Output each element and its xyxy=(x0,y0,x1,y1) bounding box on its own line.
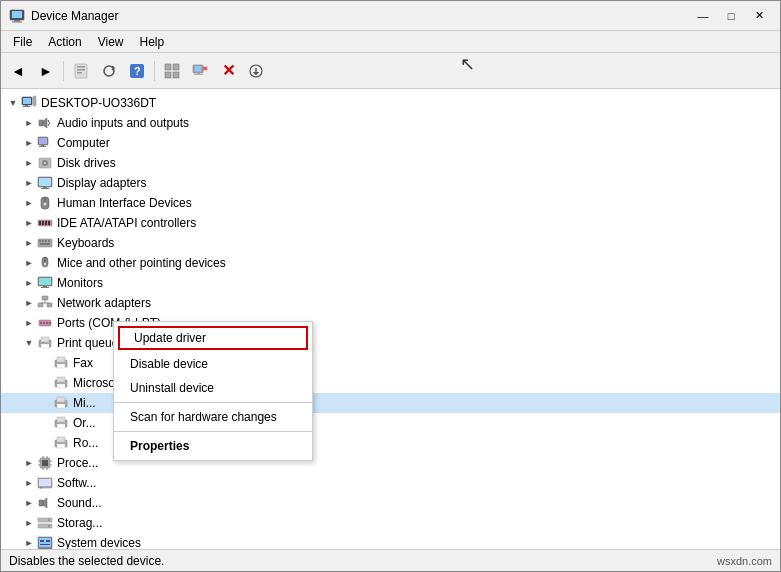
svg-point-70 xyxy=(43,322,45,324)
svg-rect-33 xyxy=(39,146,46,147)
svg-rect-64 xyxy=(47,303,52,307)
monitors-icon xyxy=(37,275,53,291)
tree-item-keyboards[interactable]: ► Keyboards xyxy=(1,233,780,253)
minimize-button[interactable]: — xyxy=(690,6,716,26)
svg-rect-17 xyxy=(197,73,200,74)
sysdev-expander[interactable]: ► xyxy=(21,535,37,549)
soft-label: Softw... xyxy=(57,476,96,490)
tree-item-storage[interactable]: ► Storag... xyxy=(1,513,780,533)
ide-expander[interactable]: ► xyxy=(21,215,37,231)
view-button[interactable] xyxy=(159,58,185,84)
mice-expander[interactable]: ► xyxy=(21,255,37,271)
disk-label: Disk drives xyxy=(57,156,116,170)
ctx-scan-hardware[interactable]: Scan for hardware changes xyxy=(114,405,312,429)
ctx-sep-2 xyxy=(114,431,312,432)
svg-rect-3 xyxy=(12,21,22,22)
help-context-button[interactable]: ? xyxy=(124,58,150,84)
device-tree[interactable]: ▼ DESKTOP-UO336DT ► xyxy=(1,89,780,549)
root-expander[interactable]: ▼ xyxy=(5,95,21,111)
tree-item-mice[interactable]: ► Mice and other pointing devices xyxy=(1,253,780,273)
svg-rect-27 xyxy=(33,96,36,106)
proc-expander[interactable]: ► xyxy=(21,455,37,471)
fax-icon xyxy=(53,355,69,371)
maximize-button[interactable]: □ xyxy=(718,6,744,26)
svg-rect-52 xyxy=(45,240,47,242)
menu-bar: File Action View Help xyxy=(1,31,780,53)
tree-item-soft[interactable]: ► Softw... xyxy=(1,473,780,493)
update-driver-toolbar-button[interactable] xyxy=(243,58,269,84)
display-expander[interactable]: ► xyxy=(21,175,37,191)
svg-rect-45 xyxy=(39,221,41,225)
tree-item-disk[interactable]: ► Disk drives xyxy=(1,153,780,173)
network-expander[interactable]: ► xyxy=(21,295,37,311)
svg-rect-2 xyxy=(14,20,20,22)
tree-root[interactable]: ▼ DESKTOP-UO336DT xyxy=(1,93,780,113)
soft-expander[interactable]: ► xyxy=(21,475,37,491)
tree-item-network[interactable]: ► Network adapters xyxy=(1,293,780,313)
ports-icon xyxy=(37,315,53,331)
title-bar: Device Manager — □ ✕ xyxy=(1,1,780,31)
menu-help[interactable]: Help xyxy=(132,33,173,51)
monitors-expander[interactable]: ► xyxy=(21,275,37,291)
menu-file[interactable]: File xyxy=(5,33,40,51)
computer-icon xyxy=(37,135,53,151)
menu-view[interactable]: View xyxy=(90,33,132,51)
tree-item-sound[interactable]: ► Sound... xyxy=(1,493,780,513)
svg-rect-14 xyxy=(173,72,179,78)
tree-item-sysdev[interactable]: ► System devices xyxy=(1,533,780,549)
keyboards-expander[interactable]: ► xyxy=(21,235,37,251)
audio-label: Audio inputs and outputs xyxy=(57,116,189,130)
refresh-button[interactable] xyxy=(96,58,122,84)
svg-rect-5 xyxy=(77,66,85,68)
sound-expander[interactable]: ► xyxy=(21,495,37,511)
tree-item-ide[interactable]: ► IDE ATA/ATAPI controllers xyxy=(1,213,780,233)
uninstall-button[interactable]: ✕ xyxy=(215,58,241,84)
svg-point-110 xyxy=(48,525,50,527)
forward-button[interactable]: ► xyxy=(33,58,59,84)
back-button[interactable]: ◄ xyxy=(5,58,31,84)
svg-rect-84 xyxy=(57,397,65,402)
svg-rect-54 xyxy=(40,243,50,245)
mi-label: Mi... xyxy=(73,396,96,410)
svg-rect-40 xyxy=(41,188,49,189)
status-bar: Disables the selected device. wsxdn.com xyxy=(1,549,780,571)
svg-point-72 xyxy=(49,322,51,324)
status-right: wsxdn.com xyxy=(717,555,772,567)
status-text: Disables the selected device. xyxy=(9,554,717,568)
tree-item-monitors[interactable]: ► Monitors xyxy=(1,273,780,293)
storage-icon xyxy=(37,515,53,531)
ports-expander[interactable]: ► xyxy=(21,315,37,331)
svg-rect-61 xyxy=(41,287,49,288)
monitors-label: Monitors xyxy=(57,276,103,290)
root-label: DESKTOP-UO336DT xyxy=(41,96,156,110)
menu-action[interactable]: Action xyxy=(40,33,89,51)
ctx-uninstall-device[interactable]: Uninstall device xyxy=(114,376,312,400)
keyboards-icon xyxy=(37,235,53,251)
close-button[interactable]: ✕ xyxy=(746,6,772,26)
svg-point-57 xyxy=(44,263,46,265)
audio-expander[interactable]: ► xyxy=(21,115,37,131)
ctx-update-driver[interactable]: Update driver xyxy=(118,326,308,350)
storage-expander[interactable]: ► xyxy=(21,515,37,531)
computer-expander[interactable]: ► xyxy=(21,135,37,151)
tree-item-hid[interactable]: ► Human Interface Devices xyxy=(1,193,780,213)
svg-rect-63 xyxy=(38,303,43,307)
tree-item-computer[interactable]: ► Computer xyxy=(1,133,780,153)
hid-expander[interactable]: ► xyxy=(21,195,37,211)
ro-icon xyxy=(53,435,69,451)
tree-item-audio[interactable]: ► Audio inputs and outputs xyxy=(1,113,780,133)
svg-point-109 xyxy=(48,519,50,521)
show-hidden-button[interactable] xyxy=(187,58,213,84)
ctx-disable-device[interactable]: Disable device xyxy=(114,352,312,376)
context-menu: Update driver Disable device Uninstall d… xyxy=(113,321,313,461)
ctx-properties[interactable]: Properties xyxy=(114,434,312,458)
disk-expander[interactable]: ► xyxy=(21,155,37,171)
root-icon xyxy=(21,95,37,111)
storage-label: Storag... xyxy=(57,516,102,530)
svg-rect-76 xyxy=(42,342,44,343)
print-expander[interactable]: ▼ xyxy=(21,335,37,351)
svg-rect-31 xyxy=(39,138,47,144)
tree-item-display[interactable]: ► Display adapters xyxy=(1,173,780,193)
properties-button[interactable] xyxy=(68,58,94,84)
svg-rect-103 xyxy=(39,479,51,486)
